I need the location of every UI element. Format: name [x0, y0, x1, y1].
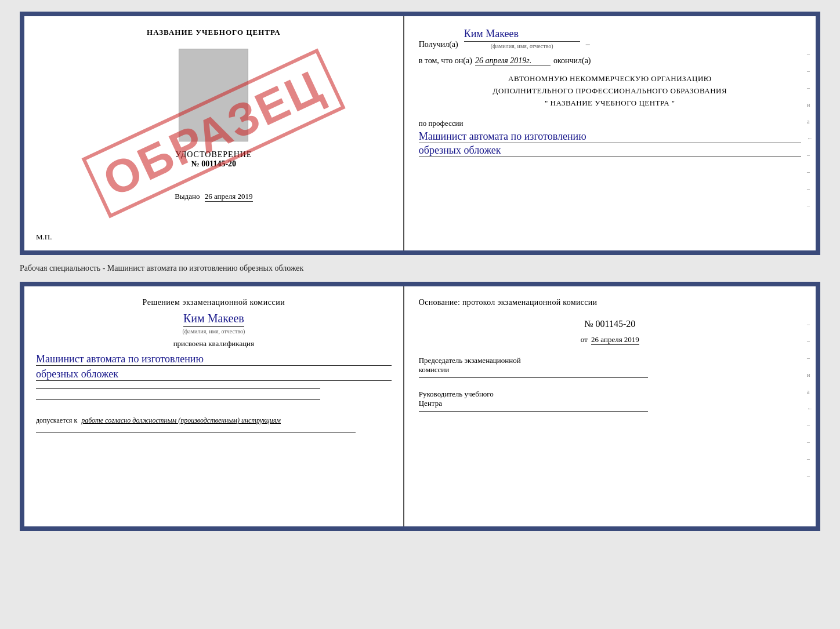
bottom-person-name: Ким Макеев	[183, 312, 244, 327]
org-line3: " НАЗВАНИЕ УЧЕБНОГО ЦЕНТРА "	[419, 97, 801, 110]
right-decorations-top: – – – и а ← – – – –	[807, 51, 813, 209]
sign-line-3	[36, 432, 356, 433]
predsedatel-sign-line	[419, 377, 649, 378]
dopuskaetsya-value: работе согласно должностным (производств…	[81, 416, 281, 424]
rukovoditel-line2: Центра	[419, 399, 801, 408]
poluchil-row: Получил(а) Ким Макеев (фамилия, имя, отч…	[419, 28, 801, 49]
udostoverenie-number: № 001145-20	[175, 159, 252, 169]
sign-line-1	[36, 388, 320, 389]
mp-label: М.П.	[36, 232, 52, 242]
right-decorations-bottom: – – – и а ← – – – –	[807, 321, 813, 479]
predsedatel-line2: комиссии	[419, 365, 801, 375]
vydano-line: Выдано 26 апреля 2019	[175, 192, 252, 201]
fio-label-top: (фамилия, имя, отчество)	[464, 43, 580, 49]
rukovoditel-block: Руководитель учебного Центра	[419, 390, 801, 412]
udostoverenie-title: УДОСТОВЕРЕНИЕ	[175, 150, 252, 159]
org-line1: АВТОНОМНУЮ НЕКОММЕРЧЕСКУЮ ОРГАНИЗАЦИЮ	[419, 73, 801, 85]
cert-left: НАЗВАНИЕ УЧЕБНОГО ЦЕНТРА УДОСТОВЕРЕНИЕ №…	[24, 16, 404, 250]
org-line2: ДОПОЛНИТЕЛЬНОГО ПРОФЕССИОНАЛЬНОГО ОБРАЗО…	[419, 85, 801, 97]
middle-label: Рабочая специальность - Машинист автомат…	[20, 261, 820, 276]
school-name-top: НАЗВАНИЕ УЧЕБНОГО ЦЕНТРА	[147, 28, 281, 37]
poluchil-label: Получил(а)	[419, 40, 458, 49]
rukovoditel-sign-line	[419, 411, 649, 412]
dopuskaetsya-text: допускается к работе согласно должностны…	[36, 416, 392, 425]
predsedatel-line1: Председатель экзаменационной	[419, 356, 801, 365]
profession-line1: Машинист автомата по изготовлению	[419, 130, 801, 143]
vydano-label: Выдано	[175, 192, 200, 201]
profession-line2: обрезных обложек	[419, 144, 801, 157]
qualification-line1: Машинист автомата по изготовлению	[36, 353, 392, 366]
ot-label: от	[581, 335, 588, 344]
org-block: АВТОНОМНУЮ НЕКОММЕРЧЕСКУЮ ОРГАНИЗАЦИЮ ДО…	[419, 73, 801, 109]
v-tom-row: в том, что он(а) 26 апреля 2019г. окончи…	[419, 56, 801, 66]
protocol-number: № 001145-20	[419, 319, 801, 329]
profession-block: по профессии Машинист автомата по изгото…	[419, 119, 801, 157]
bottom-left: Решением экзаменационной комиссии Ким Ма…	[24, 286, 404, 526]
certificate-top: НАЗВАНИЕ УЧЕБНОГО ЦЕНТРА УДОСТОВЕРЕНИЕ №…	[20, 12, 820, 255]
okonchil-label: окончил(а)	[553, 56, 591, 66]
predsedatel-block: Председатель экзаменационной комиссии	[419, 356, 801, 378]
dopuskaetsya-prefix: допускается к	[36, 416, 77, 424]
photo-placeholder	[179, 49, 248, 141]
po-professii-label: по профессии	[419, 119, 801, 128]
bottom-fio-label: (фамилия, имя, отчество)	[182, 328, 245, 335]
qualification-block: Машинист автомата по изготовлению обрезн…	[36, 353, 392, 381]
certificate-bottom: Решением экзаменационной комиссии Ким Ма…	[20, 282, 820, 531]
vydano-date: 26 апреля 2019	[205, 192, 253, 202]
resheniem-text: Решением экзаменационной комиссии	[36, 298, 392, 307]
rukovoditel-line1: Руководитель учебного	[419, 390, 801, 399]
ot-date-value: 26 апреля 2019	[591, 335, 639, 345]
sign-line-2	[36, 399, 320, 400]
ot-date: от 26 апреля 2019	[419, 335, 801, 344]
qualification-line2: обрезных обложек	[36, 368, 392, 381]
poluchil-name: Ким Макеев	[464, 28, 580, 42]
cert-right: Получил(а) Ким Макеев (фамилия, имя, отч…	[404, 16, 816, 250]
bottom-lines	[36, 388, 392, 400]
bottom-right: Основание: протокол экзаменационной коми…	[404, 286, 816, 526]
udostoverenie-block: УДОСТОВЕРЕНИЕ № 001145-20	[175, 150, 252, 169]
prisvoena-text: присвоена квалификация	[36, 339, 392, 348]
date-value: 26 апреля 2019г.	[475, 56, 551, 66]
v-tom-text: в том, что он(а)	[419, 56, 472, 66]
osnovanie-text: Основание: протокол экзаменационной коми…	[419, 298, 801, 307]
document-wrapper: НАЗВАНИЕ УЧЕБНОГО ЦЕНТРА УДОСТОВЕРЕНИЕ №…	[20, 12, 820, 531]
